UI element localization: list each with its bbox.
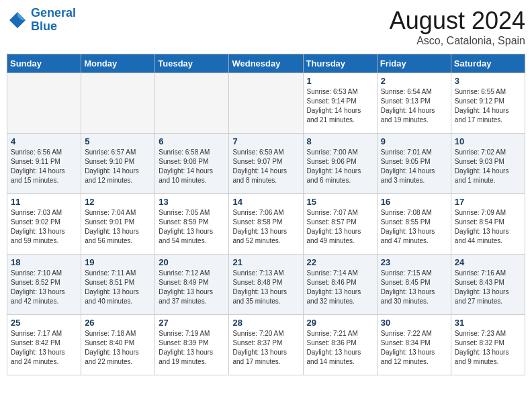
day-info: Sunrise: 7:18 AMSunset: 8:40 PMDaylight:…: [85, 329, 151, 367]
day-number: 20: [159, 257, 225, 267]
day-info: Sunrise: 6:57 AMSunset: 9:10 PMDaylight:…: [85, 148, 151, 185]
day-info: Sunrise: 7:14 AMSunset: 8:46 PMDaylight:…: [307, 269, 373, 306]
day-number: 4: [11, 136, 77, 146]
calendar-cell: [7, 73, 81, 134]
calendar-cell: 8Sunrise: 7:00 AMSunset: 9:06 PMDaylight…: [303, 134, 377, 194]
weekday-header: Thursday: [303, 54, 377, 73]
logo: General Blue: [7, 7, 76, 34]
calendar-cell: 15Sunrise: 7:07 AMSunset: 8:57 PMDayligh…: [303, 194, 377, 255]
calendar-cell: 3Sunrise: 6:55 AMSunset: 9:12 PMDaylight…: [451, 73, 525, 134]
day-number: 19: [85, 257, 151, 267]
day-info: Sunrise: 6:58 AMSunset: 9:08 PMDaylight:…: [159, 148, 225, 185]
weekday-header: Friday: [377, 54, 451, 73]
day-info: Sunrise: 7:22 AMSunset: 8:34 PMDaylight:…: [381, 329, 447, 367]
calendar-cell: 27Sunrise: 7:19 AMSunset: 8:39 PMDayligh…: [155, 315, 229, 375]
day-info: Sunrise: 6:59 AMSunset: 9:07 PMDaylight:…: [232, 148, 299, 185]
day-number: 21: [232, 257, 299, 267]
day-info: Sunrise: 7:13 AMSunset: 8:48 PMDaylight:…: [232, 269, 299, 306]
day-info: Sunrise: 7:05 AMSunset: 8:59 PMDaylight:…: [159, 208, 225, 246]
calendar-cell: 29Sunrise: 7:21 AMSunset: 8:36 PMDayligh…: [303, 315, 377, 375]
calendar-cell: 2Sunrise: 6:54 AMSunset: 9:13 PMDaylight…: [377, 73, 451, 134]
day-number: 18: [11, 257, 77, 267]
calendar-cell: [229, 73, 303, 134]
calendar-cell: 30Sunrise: 7:22 AMSunset: 8:34 PMDayligh…: [377, 315, 451, 375]
day-number: 17: [455, 197, 521, 207]
day-number: 9: [381, 136, 447, 146]
calendar-cell: 7Sunrise: 6:59 AMSunset: 9:07 PMDaylight…: [229, 134, 303, 194]
logo-text: General Blue: [31, 7, 76, 34]
day-info: Sunrise: 7:06 AMSunset: 8:58 PMDaylight:…: [232, 208, 299, 246]
calendar-cell: 11Sunrise: 7:03 AMSunset: 9:02 PMDayligh…: [7, 194, 81, 255]
calendar-cell: 18Sunrise: 7:10 AMSunset: 8:52 PMDayligh…: [7, 255, 81, 315]
day-number: 13: [159, 197, 225, 207]
day-info: Sunrise: 7:11 AMSunset: 8:51 PMDaylight:…: [85, 269, 151, 306]
calendar-cell: [155, 73, 229, 134]
day-info: Sunrise: 7:08 AMSunset: 8:55 PMDaylight:…: [381, 208, 447, 246]
day-number: 14: [232, 197, 299, 207]
calendar-week-row: 11Sunrise: 7:03 AMSunset: 9:02 PMDayligh…: [7, 194, 525, 255]
calendar-table: SundayMondayTuesdayWednesdayThursdayFrid…: [7, 54, 525, 375]
day-info: Sunrise: 7:10 AMSunset: 8:52 PMDaylight:…: [11, 269, 77, 306]
day-number: 8: [307, 136, 373, 146]
calendar-cell: 20Sunrise: 7:12 AMSunset: 8:49 PMDayligh…: [155, 255, 229, 315]
title-block: August 2024 Asco, Catalonia, Spain: [390, 7, 525, 47]
weekday-header: Tuesday: [155, 54, 229, 73]
calendar-week-row: 18Sunrise: 7:10 AMSunset: 8:52 PMDayligh…: [7, 255, 525, 315]
day-number: 29: [307, 318, 373, 328]
day-info: Sunrise: 7:19 AMSunset: 8:39 PMDaylight:…: [159, 329, 225, 367]
calendar-cell: 31Sunrise: 7:23 AMSunset: 8:32 PMDayligh…: [451, 315, 525, 375]
day-info: Sunrise: 6:55 AMSunset: 9:12 PMDaylight:…: [455, 87, 521, 125]
day-number: 3: [455, 76, 521, 86]
day-number: 22: [307, 257, 373, 267]
calendar-cell: 17Sunrise: 7:09 AMSunset: 8:54 PMDayligh…: [451, 194, 525, 255]
day-number: 31: [455, 318, 521, 328]
calendar-cell: 23Sunrise: 7:15 AMSunset: 8:45 PMDayligh…: [377, 255, 451, 315]
day-number: 6: [159, 136, 225, 146]
weekday-header: Saturday: [451, 54, 525, 73]
weekday-header: Monday: [81, 54, 155, 73]
day-number: 2: [381, 76, 447, 86]
day-number: 30: [381, 318, 447, 328]
day-number: 5: [85, 136, 151, 146]
calendar-cell: 1Sunrise: 6:53 AMSunset: 9:14 PMDaylight…: [303, 73, 377, 134]
day-number: 1: [307, 76, 373, 86]
day-number: 23: [381, 257, 447, 267]
calendar-cell: [81, 73, 155, 134]
logo-icon: [7, 9, 28, 31]
day-info: Sunrise: 7:16 AMSunset: 8:43 PMDaylight:…: [455, 269, 521, 306]
calendar-cell: 9Sunrise: 7:01 AMSunset: 9:05 PMDaylight…: [377, 134, 451, 194]
calendar-cell: 24Sunrise: 7:16 AMSunset: 8:43 PMDayligh…: [451, 255, 525, 315]
calendar-week-row: 1Sunrise: 6:53 AMSunset: 9:14 PMDaylight…: [7, 73, 525, 134]
calendar-cell: 16Sunrise: 7:08 AMSunset: 8:55 PMDayligh…: [377, 194, 451, 255]
page-header: General Blue August 2024 Asco, Catalonia…: [7, 7, 525, 47]
day-info: Sunrise: 6:54 AMSunset: 9:13 PMDaylight:…: [381, 87, 447, 125]
day-number: 12: [85, 197, 151, 207]
day-info: Sunrise: 7:17 AMSunset: 8:42 PMDaylight:…: [11, 329, 77, 367]
day-number: 15: [307, 197, 373, 207]
weekday-header: Sunday: [7, 54, 81, 73]
calendar-cell: 13Sunrise: 7:05 AMSunset: 8:59 PMDayligh…: [155, 194, 229, 255]
weekday-header: Wednesday: [229, 54, 303, 73]
calendar-cell: 22Sunrise: 7:14 AMSunset: 8:46 PMDayligh…: [303, 255, 377, 315]
day-number: 16: [381, 197, 447, 207]
day-info: Sunrise: 7:00 AMSunset: 9:06 PMDaylight:…: [307, 148, 373, 185]
calendar-cell: 25Sunrise: 7:17 AMSunset: 8:42 PMDayligh…: [7, 315, 81, 375]
calendar-cell: 26Sunrise: 7:18 AMSunset: 8:40 PMDayligh…: [81, 315, 155, 375]
weekday-header-row: SundayMondayTuesdayWednesdayThursdayFrid…: [7, 54, 525, 73]
month-title: August 2024: [390, 7, 525, 35]
calendar-cell: 12Sunrise: 7:04 AMSunset: 9:01 PMDayligh…: [81, 194, 155, 255]
calendar-cell: 28Sunrise: 7:20 AMSunset: 8:37 PMDayligh…: [229, 315, 303, 375]
calendar-week-row: 25Sunrise: 7:17 AMSunset: 8:42 PMDayligh…: [7, 315, 525, 375]
calendar-cell: 4Sunrise: 6:56 AMSunset: 9:11 PMDaylight…: [7, 134, 81, 194]
day-info: Sunrise: 7:09 AMSunset: 8:54 PMDaylight:…: [455, 208, 521, 246]
day-info: Sunrise: 7:21 AMSunset: 8:36 PMDaylight:…: [307, 329, 373, 367]
day-info: Sunrise: 7:04 AMSunset: 9:01 PMDaylight:…: [85, 208, 151, 246]
day-info: Sunrise: 7:03 AMSunset: 9:02 PMDaylight:…: [11, 208, 77, 246]
day-info: Sunrise: 7:01 AMSunset: 9:05 PMDaylight:…: [381, 148, 447, 185]
calendar-cell: 6Sunrise: 6:58 AMSunset: 9:08 PMDaylight…: [155, 134, 229, 194]
calendar-cell: 21Sunrise: 7:13 AMSunset: 8:48 PMDayligh…: [229, 255, 303, 315]
day-number: 24: [455, 257, 521, 267]
calendar-week-row: 4Sunrise: 6:56 AMSunset: 9:11 PMDaylight…: [7, 134, 525, 194]
day-info: Sunrise: 7:20 AMSunset: 8:37 PMDaylight:…: [232, 329, 299, 367]
calendar-cell: 19Sunrise: 7:11 AMSunset: 8:51 PMDayligh…: [81, 255, 155, 315]
